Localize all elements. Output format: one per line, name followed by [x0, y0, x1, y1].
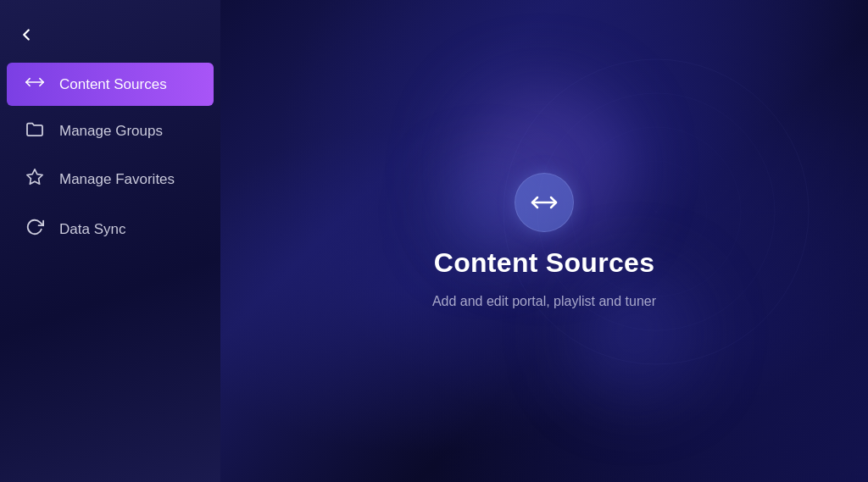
svg-marker-1: [27, 169, 42, 184]
sidebar-item-label: Data Sync: [59, 221, 125, 238]
sidebar-item-label: Content Sources: [59, 76, 167, 93]
sidebar-item-content-sources[interactable]: Content Sources: [7, 63, 214, 106]
folder-icon: [24, 121, 46, 141]
content-sources-main-icon: [531, 193, 558, 212]
star-icon: [24, 168, 46, 191]
back-button[interactable]: [0, 17, 220, 61]
sidebar-item-label: Manage Favorites: [59, 171, 175, 188]
back-icon: [17, 25, 36, 44]
sync-icon: [24, 218, 46, 241]
content-sources-icon: [24, 75, 46, 94]
sidebar-item-data-sync[interactable]: Data Sync: [7, 206, 214, 252]
main-content: Content Sources Add and edit portal, pla…: [220, 0, 868, 482]
sidebar-item-label: Manage Groups: [59, 123, 163, 140]
sidebar-item-manage-favorites[interactable]: Manage Favorites: [7, 156, 214, 202]
main-title: Content Sources: [434, 247, 655, 279]
main-subtitle: Add and edit portal, playlist and tuner: [432, 294, 656, 309]
center-content: Content Sources Add and edit portal, pla…: [432, 173, 656, 309]
main-icon-circle: [515, 173, 574, 232]
sidebar: Content Sources Manage Groups Manage Fav…: [0, 0, 220, 482]
sidebar-item-manage-groups[interactable]: Manage Groups: [7, 109, 214, 152]
